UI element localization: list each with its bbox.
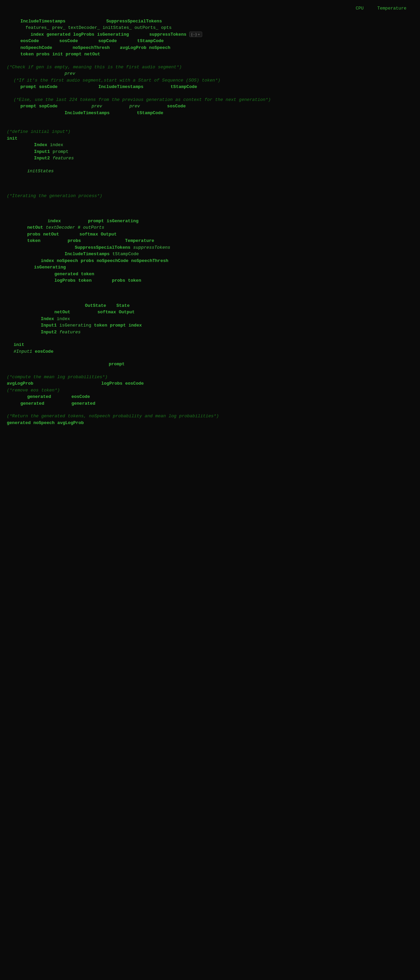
token3-val: token [81, 271, 94, 278]
token2-val: token [27, 237, 40, 244]
Input2b-val: Input2 [41, 329, 57, 336]
line-includetimestamps3: IncludeTimestamps tStampCode [7, 251, 413, 258]
generated6-val: generated [7, 420, 30, 426]
includetimestamps4-val: IncludeTimestamps [65, 251, 110, 258]
comment3-line: (*Else, use the last 224 tokens from the… [7, 97, 413, 103]
line-Index2: Index index [7, 316, 413, 323]
line-generated-token: generated token [7, 271, 413, 278]
line-features: features_ prev_ textDecoder_ initStates_… [7, 24, 413, 31]
eoscode4-val: eosCode [72, 393, 90, 400]
comment5-text: (*Iterating the generation process*) [7, 193, 102, 199]
comment4-text: (*define initial input*) [7, 129, 70, 134]
line-include-timestamps: IncludeTimestamps SuppressSpecialTokens [7, 18, 413, 25]
line-prompt-soscode: prompt sosCode IncludeTimestamps tStampC… [7, 84, 413, 91]
index3-val: index [48, 218, 61, 224]
nospeechcode: noSpeechCode [21, 45, 52, 51]
include-timestamps: IncludeTimestamps [21, 18, 65, 25]
netout4-val: netOut [54, 309, 70, 316]
output2-val: Output [119, 309, 135, 316]
Index-label: Index [34, 142, 47, 148]
line-suppress: SuppressSpecialTokens suppressTokens [7, 244, 413, 251]
suppresstokens-label: suppressTokens [149, 31, 186, 38]
comment3-text: (*Else, use the last 224 tokens from the… [14, 97, 271, 102]
line-input1: Input1 prompt [7, 148, 413, 155]
nospeechcode2-val: noSpeechCode [97, 258, 129, 264]
textdecoder-val: textDecoder [46, 224, 75, 231]
line-nospeechcode: noSpeechCode noSpeechThresh avgLogProb n… [7, 45, 413, 51]
logprobs-label: logProbs [73, 31, 94, 38]
token4-val: token [78, 277, 91, 284]
prompt-label: prompt [65, 51, 81, 58]
prev2b: prev [129, 103, 140, 110]
line-index-nospeech: index noSpeech probs noSpeechCode noSpee… [7, 258, 413, 264]
comment6-line: (*compute the mean log probabilities*) [7, 374, 413, 380]
generated5-val: generated [72, 400, 95, 407]
Input1-label: Input1 [34, 148, 50, 155]
includetimestamps3: IncludeTimestamps [65, 110, 110, 116]
outstate-val: OutState [85, 302, 106, 309]
line-token: token probs init prompt netOut [7, 51, 413, 58]
generated3-val: generated [27, 393, 51, 400]
prev-underscore: prev_ [52, 24, 65, 31]
nospeech: noSpeech [149, 45, 170, 51]
softmax2-val: softmax [97, 309, 116, 316]
Index2-val: Index [41, 316, 54, 323]
outports-underscore: outPorts_ [135, 24, 158, 31]
comment1-line: (*Check if gen is empty, meaning this is… [7, 64, 413, 71]
suppress-special-tokens: SuppressSpecialTokens [107, 18, 162, 25]
line-eoscode: eosCode sosCode sopCode tStampCode [7, 38, 413, 45]
tstampcode3: tStampCode [137, 110, 164, 116]
nospeech3-val: noSpeech [33, 420, 54, 426]
soscode3: sosCode [167, 103, 186, 110]
probs2-val: probs [27, 231, 40, 238]
init2-line: init [7, 342, 413, 348]
comment2-text: (*If it's the first audio segment,start … [14, 78, 221, 83]
line-generated4: generated generated [7, 400, 413, 407]
suppressspecialtokens-val: SuppressSpecialTokens [75, 244, 130, 251]
output-val: Output [100, 231, 116, 238]
state-val: State [116, 302, 129, 309]
btn-label: {···} + [191, 32, 200, 37]
line-Input2b: Input2 features [7, 329, 413, 336]
line-outstate: OutState State [7, 302, 413, 309]
Input2-label: Input2 [34, 155, 50, 162]
token6-val: token [94, 322, 107, 329]
hashinput1-val: #Input1 [14, 348, 32, 355]
eoscode2-val: eosCode [35, 348, 54, 355]
prompt5-val: prompt [110, 322, 126, 329]
probs3-val: probs [68, 237, 81, 244]
initstates-underscore: initStates_ [103, 24, 132, 31]
prompt3: prompt [21, 103, 37, 110]
initstates-line: initStates [7, 168, 413, 175]
features-underscore: features_ [25, 24, 49, 31]
line-Input1b: Input1 isGenerating token prompt index [7, 322, 413, 329]
avglogprob2-val: avgLogProb [7, 380, 33, 387]
tstampcode4-val: tStampCode [113, 251, 139, 258]
logprobs3-val: logProbs [101, 380, 123, 387]
isgenerating-label: isGenerating [97, 31, 129, 38]
nospeechthresh: noSpeechThresh [73, 45, 110, 51]
comment5-line: (*Iterating the generation process*) [7, 192, 413, 199]
prompt2: prompt [21, 84, 37, 91]
probs: probs [37, 51, 49, 58]
softmax-val: softmax [80, 231, 98, 238]
init-val: init [7, 136, 18, 141]
index6-val: index [129, 322, 142, 329]
line-index-gen: index generated logProbs isGenerating su… [7, 31, 413, 38]
probs4-val: probs [81, 258, 94, 264]
soscode2: sosCode [39, 84, 58, 91]
index2-val: index [50, 142, 63, 148]
features3-val: features [59, 329, 81, 336]
prompt6-val: prompt [109, 361, 125, 368]
isgenerating2-val: isGenerating [107, 218, 138, 224]
expand-button[interactable]: {···} + [189, 32, 202, 37]
line-index: Index index [7, 142, 413, 148]
token5-val: token [128, 277, 141, 284]
line-avglogprob: avgLogProb logProbs eosCode [7, 380, 413, 387]
line-index-prompt: index prompt isGenerating [7, 218, 413, 224]
line-hashinput1: #Input1 eosCode [7, 348, 413, 355]
line-final: generated noSpeech avgLogProb [7, 420, 413, 426]
netout2-val: netOut [27, 224, 43, 231]
line-logprobs-token: logProbs token probs token [7, 277, 413, 284]
comment4-line: (*define initial input*) [7, 129, 413, 135]
